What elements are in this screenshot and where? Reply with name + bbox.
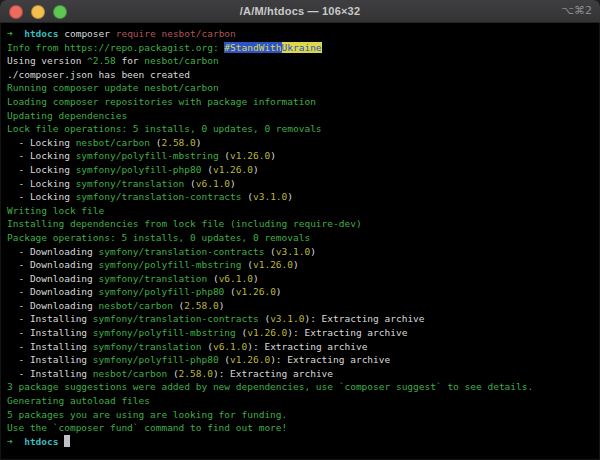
terminal-text-segment: ( (150, 137, 161, 148)
terminal-text-segment: symfony/translation-contracts (99, 246, 265, 257)
terminal-text-segment: ): Extracting archive (247, 341, 367, 352)
terminal-line: Updating dependencies (7, 109, 600, 123)
terminal-text-segment: v6.1.0 (219, 273, 253, 284)
terminal-text-segment: ): Extracting archive (287, 327, 407, 338)
title-bar[interactable]: /A/M/htdocs — 106×32 ⌥⌘2 (0, 0, 600, 23)
terminal-text-segment: Use the `composer fund` command to find … (7, 422, 287, 433)
terminal-text-segment: v1.26.0 (236, 286, 276, 297)
terminal-line: 5 packages you are using are looking for… (7, 408, 600, 422)
terminal-line: - Locking nesbot/carbon (2.58.0) (7, 136, 600, 150)
terminal-text-segment: - Installing (7, 354, 93, 365)
terminal-text-segment: symfony/translation (99, 273, 208, 284)
terminal-text-segment: v6.1.0 (196, 178, 230, 189)
terminal-text-segment: - Downloading (7, 300, 99, 311)
terminal-line: - Installing symfony/translation (v6.1.0… (7, 340, 600, 354)
terminal-text-segment: Running composer update nesbot/carbon (7, 82, 219, 93)
terminal-text-segment: - Installing (7, 368, 93, 379)
terminal-text-segment: symfony/translation (76, 178, 185, 189)
terminal-text-segment: ( (219, 354, 230, 365)
terminal-text-segment: ( (201, 164, 212, 175)
terminal-text-segment: v1.26.0 (230, 150, 270, 161)
terminal-text-segment: ) (293, 259, 299, 270)
terminal-text-segment: 3 package suggestions were added by new … (7, 381, 533, 392)
terminal-line: ./composer.json has been created (7, 68, 600, 82)
terminal-line: - Installing symfony/polyfill-php80 (v1.… (7, 353, 600, 367)
terminal-line: Info from https://repo.packagist.org: #S… (7, 41, 600, 55)
terminal-text-segment: - Locking (7, 150, 76, 161)
terminal-line: Loading composer repositories with packa… (7, 95, 600, 109)
terminal-text-segment: v1.26.0 (247, 327, 287, 338)
terminal-text-segment: ) (196, 137, 202, 148)
close-button[interactable] (9, 5, 23, 19)
terminal-text-segment: nesbot/carbon (99, 300, 173, 311)
terminal-text-segment: v3.1.0 (276, 246, 310, 257)
terminal-text-segment: symfony/polyfill-php80 (76, 164, 202, 175)
window-title: /A/M/htdocs — 106×32 (240, 5, 360, 17)
terminal-text-segment: nesbot/carbon (76, 137, 150, 148)
terminal-text-segment: ➜ (7, 436, 24, 447)
terminal-text-segment: - Locking (7, 137, 76, 148)
terminal-line: Using version ^2.58 for nesbot/carbon (7, 54, 600, 68)
terminal-text-segment: ( (207, 273, 218, 284)
terminal-text-segment: ) (310, 246, 316, 257)
terminal-line: Lock file operations: 5 installs, 0 upda… (7, 122, 600, 136)
terminal-text-segment: symfony/polyfill-mbstring (93, 327, 236, 338)
terminal-text-segment: #StandWith (224, 42, 281, 53)
terminal-output[interactable]: ➜ htdocs composer require nesbot/carbonI… (0, 23, 600, 448)
terminal-line: - Installing symfony/polyfill-mbstring (… (7, 326, 600, 340)
terminal-text-segment: symfony/polyfill-mbstring (76, 150, 219, 161)
terminal-text-segment: ( (219, 150, 230, 161)
terminal-line: 3 package suggestions were added by new … (7, 380, 600, 394)
terminal-text-segment: v1.26.0 (213, 164, 253, 175)
traffic-lights (9, 5, 67, 19)
terminal-text-segment: ) (270, 150, 276, 161)
terminal-text-segment: nesbot/carbon (93, 368, 167, 379)
terminal-line: - Downloading nesbot/carbon (2.58.0) (7, 299, 600, 313)
terminal-line: Use the `composer fund` command to find … (7, 421, 600, 435)
terminal-text-segment: 2.58.0 (161, 137, 195, 148)
terminal-text-segment: - Installing (7, 327, 93, 338)
terminal-text-segment: - Downloading (7, 246, 99, 257)
terminal-text-segment: composer (64, 28, 115, 39)
zoom-button[interactable] (53, 5, 67, 19)
terminal-text-segment: ( (173, 300, 184, 311)
terminal-text-segment: ) (253, 273, 259, 284)
terminal-text-segment: v6.1.0 (213, 341, 247, 352)
terminal-text-segment: v3.1.0 (270, 313, 304, 324)
terminal-text-segment: ( (236, 327, 247, 338)
terminal-line: Running composer update nesbot/carbon (7, 81, 600, 95)
terminal-text-segment: ): Extracting archive (304, 313, 424, 324)
terminal-text-segment: - Locking (7, 191, 76, 202)
terminal-text-segment: ) (253, 164, 259, 175)
terminal-text-segment: ) (219, 300, 225, 311)
terminal-text-segment: nesbot/carbon (144, 55, 218, 66)
terminal-text-segment: - Downloading (7, 273, 99, 284)
terminal-text-segment: ➜ (7, 28, 24, 39)
terminal-line: ➜ htdocs (7, 435, 600, 449)
terminal-text-segment: ./composer.json has been created (7, 69, 190, 80)
terminal-text-segment: Generating autoload files (7, 395, 150, 406)
terminal-text-segment: symfony/polyfill-php80 (99, 286, 225, 297)
terminal-text-segment: htdocs (24, 436, 64, 447)
terminal-text-segment: ) (230, 178, 236, 189)
terminal-text-segment: Info from https://repo.packagist.org: (7, 42, 224, 53)
terminal-text-segment: ) (276, 286, 282, 297)
terminal-text-segment: ) (287, 191, 293, 202)
minimize-button[interactable] (31, 5, 45, 19)
terminal-line: - Locking symfony/translation-contracts … (7, 190, 600, 204)
terminal-text-segment: ( (242, 259, 253, 270)
terminal-window: /A/M/htdocs — 106×32 ⌥⌘2 ➜ htdocs compos… (0, 0, 600, 460)
terminal-text-segment: Installing dependencies from lock file (… (7, 218, 362, 229)
terminal-text-segment: v3.1.0 (253, 191, 287, 202)
terminal-line: Generating autoload files (7, 394, 600, 408)
terminal-text-segment: ( (242, 191, 253, 202)
terminal-cursor (64, 435, 70, 447)
terminal-text-segment: - Locking (7, 178, 76, 189)
terminal-text-segment: ( (264, 246, 275, 257)
terminal-line: - Downloading symfony/polyfill-php80 (v1… (7, 285, 600, 299)
window-shortcut-badge: ⌥⌘2 (561, 4, 592, 17)
terminal-text-segment: v1.26.0 (253, 259, 293, 270)
terminal-text-segment: - Installing (7, 341, 93, 352)
terminal-line: Installing dependencies from lock file (… (7, 217, 600, 231)
terminal-text-segment: 5 packages you are using are looking for… (7, 409, 287, 420)
